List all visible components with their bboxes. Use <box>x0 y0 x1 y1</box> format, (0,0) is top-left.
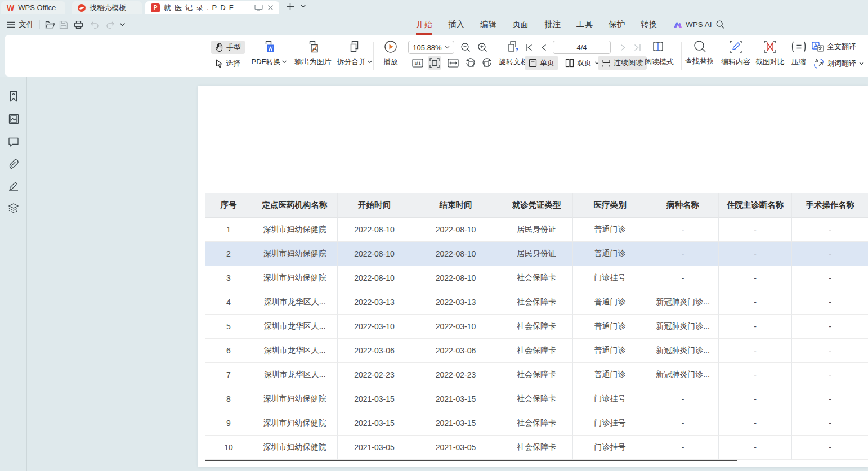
signature-panel-button[interactable] <box>7 180 20 192</box>
table-cell: 2022-03-06 <box>338 339 411 363</box>
read-mode-button[interactable]: 阅读模式 <box>645 39 674 67</box>
redo-button[interactable] <box>105 14 115 35</box>
fit-width-button[interactable] <box>446 56 460 70</box>
menu-convert[interactable]: 转换 <box>641 19 657 30</box>
menu-insert[interactable]: 插入 <box>448 19 464 30</box>
table-cell: 深圳市妇幼保健院 <box>252 436 338 460</box>
rotate-left-button[interactable] <box>463 56 477 70</box>
menu-page[interactable]: 页面 <box>512 19 529 30</box>
rotate-document-label: 旋转文档 <box>499 57 528 67</box>
table-cell: - <box>647 242 719 266</box>
menu-comment[interactable]: 批注 <box>544 19 561 30</box>
continuous-reading-button[interactable]: 连续阅读 <box>598 56 647 70</box>
table-cell: - <box>647 411 719 436</box>
continuous-reading-label: 连续阅读 <box>614 58 643 68</box>
actual-size-button[interactable]: 1:1 <box>411 56 424 70</box>
wps-ai-button[interactable]: WPS AI <box>673 14 712 35</box>
new-tab-button[interactable] <box>285 2 295 11</box>
table-cell: - <box>719 363 792 387</box>
previous-page-button[interactable] <box>537 41 551 54</box>
double-page-label: 双页 <box>577 58 592 68</box>
image-icon <box>8 114 19 124</box>
present-mode-icon[interactable] <box>254 4 263 11</box>
pdf-convert-button[interactable]: PDF转换 <box>252 39 287 67</box>
table-cell: 普通门诊 <box>573 290 647 315</box>
continuous-reading-icon <box>602 59 611 68</box>
thumbnails-panel-button[interactable] <box>7 113 20 125</box>
table-cell: 普通门诊 <box>573 339 647 363</box>
play-icon <box>383 39 398 54</box>
zoom-level-dropdown[interactable]: 105.88% <box>408 41 454 54</box>
layers-panel-button[interactable] <box>7 202 20 214</box>
split-merge-button[interactable]: 拆分合并 <box>337 39 373 67</box>
table-cell: - <box>792 266 868 290</box>
table-cell: 2022-08-10 <box>411 242 500 266</box>
table-cell: 社会保障卡 <box>500 315 573 339</box>
table-cell: 深圳市龙华区人... <box>252 339 338 363</box>
table-cell: 门诊挂号 <box>573 411 647 436</box>
tab-document[interactable]: P 就医记录.PDF <box>145 1 279 14</box>
print-button[interactable] <box>74 14 83 35</box>
single-page-button[interactable]: 单页 <box>525 56 558 70</box>
fit-page-button[interactable] <box>428 56 441 70</box>
table-cell: - <box>719 339 792 363</box>
tab-docer-templates[interactable]: 找稻壳模板 <box>72 1 142 14</box>
file-menu-label: 文件 <box>19 20 34 30</box>
open-file-button[interactable] <box>45 14 55 35</box>
tab-list-chevron-icon[interactable] <box>300 4 306 8</box>
tab-wps-home[interactable]: W WPS Office <box>1 1 65 14</box>
file-menu-button[interactable]: 文件 <box>7 14 34 35</box>
table-cell: - <box>792 290 868 315</box>
menu-search-button[interactable] <box>715 14 725 35</box>
menu-protect[interactable]: 保护 <box>609 19 625 30</box>
next-page-button[interactable] <box>616 41 630 54</box>
table-row: 4深圳市龙华区人...2022-03-132022-03-13社会保障卡普通门诊… <box>205 290 868 315</box>
hand-tool-button[interactable]: 手型 <box>211 41 245 54</box>
close-tab-icon[interactable] <box>267 5 274 11</box>
table-header-cell: 定点医药机构名称 <box>252 193 338 218</box>
undo-redo-chevron-icon[interactable] <box>119 14 126 35</box>
export-image-button[interactable]: 输出为图片 <box>295 39 332 67</box>
layers-icon <box>8 203 19 214</box>
select-tool-button[interactable]: 选择 <box>211 57 244 70</box>
menu-tools[interactable]: 工具 <box>576 19 593 30</box>
document-title: 就医记录.PDF <box>164 3 237 13</box>
table-cell: 9 <box>205 411 252 436</box>
table-cell: - <box>719 315 792 339</box>
wps-logo-icon: W <box>7 4 14 12</box>
edit-content-button[interactable]: 编辑内容 <box>721 39 750 67</box>
pdf-page[interactable]: 序号定点医药机构名称开始时间结束时间就诊凭证类型医疗类别病种名称住院主诊断名称手… <box>198 86 868 467</box>
find-replace-button[interactable]: 查找替换 <box>685 39 714 66</box>
rotate-right-button[interactable] <box>480 56 494 70</box>
page-number-input[interactable] <box>553 41 611 54</box>
save-button[interactable] <box>59 14 68 35</box>
table-cell: 深圳市龙华区人... <box>252 315 338 339</box>
table-cell: 新冠肺炎门诊... <box>647 290 719 315</box>
compress-icon <box>791 39 807 54</box>
first-page-button[interactable] <box>522 41 536 54</box>
double-page-button[interactable]: 双页 <box>561 56 603 70</box>
sidebar-rail <box>0 77 27 471</box>
word-translate-button[interactable]: 划词翻译 <box>813 59 864 69</box>
table-row: 6深圳市龙华区人...2022-03-062022-03-06社会保障卡普通门诊… <box>205 339 868 363</box>
table-cell: 3 <box>205 266 252 290</box>
compress-button[interactable]: 压缩 <box>791 39 807 67</box>
undo-button[interactable] <box>90 14 100 35</box>
last-page-button[interactable] <box>630 41 644 54</box>
bookmarks-panel-button[interactable] <box>7 90 20 102</box>
chevron-down-icon <box>859 62 864 65</box>
full-translate-icon <box>812 42 824 52</box>
table-cell: - <box>719 387 792 411</box>
menu-home[interactable]: 开始 <box>416 19 432 30</box>
full-translate-button[interactable]: 全文翻译 <box>812 42 856 52</box>
comments-panel-button[interactable] <box>7 136 20 148</box>
play-button[interactable]: 播放 <box>383 39 398 67</box>
screenshot-compare-button[interactable]: 截图对比 <box>755 39 785 67</box>
table-cell: 2022-03-10 <box>338 315 411 339</box>
menu-edit[interactable]: 编辑 <box>480 19 496 30</box>
split-merge-icon <box>347 39 362 54</box>
attachments-panel-button[interactable] <box>7 158 20 170</box>
zoom-out-button[interactable] <box>459 41 472 54</box>
find-replace-icon <box>693 39 707 53</box>
zoom-in-button[interactable] <box>476 41 489 54</box>
